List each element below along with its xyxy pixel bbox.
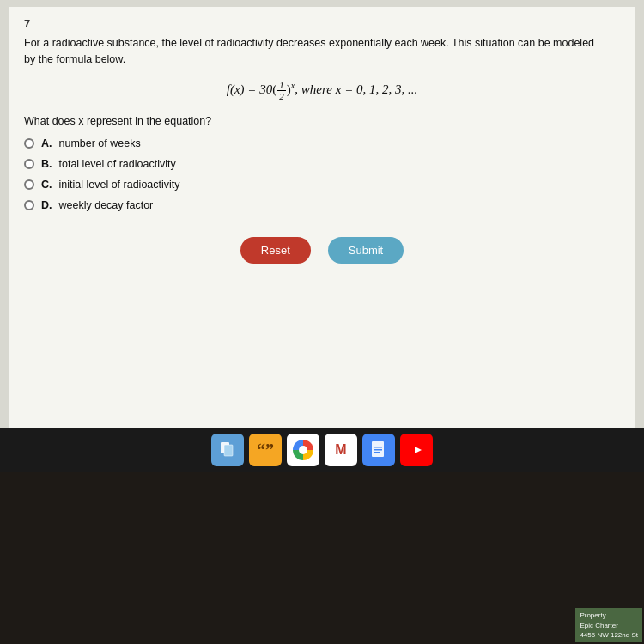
reset-button[interactable]: Reset	[240, 237, 311, 264]
svg-rect-4	[374, 449, 382, 451]
radio-b[interactable]	[24, 159, 34, 169]
option-c[interactable]: C. initial level of radioactivity	[24, 179, 620, 191]
submit-button[interactable]: Submit	[328, 237, 404, 264]
option-b-text: total level of radioactivity	[59, 158, 176, 170]
option-d[interactable]: D. weekly decay factor	[24, 199, 620, 211]
files-icon[interactable]	[211, 434, 244, 466]
option-b-letter: B.	[41, 158, 52, 170]
option-d-letter: D.	[41, 199, 52, 211]
quotes-icon[interactable]: “”	[249, 434, 282, 466]
options-list: A. number of weeks B. total level of rad…	[24, 137, 620, 211]
formula-display: f(x) = 30(12)x, where x = 0, 1, 2, 3, ..…	[227, 82, 418, 96]
radio-d[interactable]	[24, 200, 34, 210]
question-text: For a radioactive substance, the level o…	[24, 35, 608, 68]
quiz-page: 7 For a radioactive substance, the level…	[9, 7, 635, 431]
option-c-text: initial level of radioactivity	[59, 179, 180, 191]
option-d-text: weekly decay factor	[59, 199, 154, 211]
laptop-screen: 7 For a radioactive substance, the level…	[0, 0, 644, 455]
radio-a[interactable]	[24, 138, 34, 149]
option-c-letter: C.	[41, 179, 52, 191]
chrome-icon[interactable]	[287, 434, 319, 466]
what-does-label: What does x represent in the equation?	[24, 115, 620, 127]
youtube-icon[interactable]	[400, 434, 433, 466]
gmail-icon[interactable]: M	[325, 434, 357, 466]
svg-rect-3	[374, 447, 382, 448]
question-number: 7	[24, 17, 620, 30]
taskbar: “” M	[0, 428, 644, 472]
radio-c[interactable]	[24, 179, 34, 190]
option-a-letter: A.	[41, 137, 52, 149]
docs-icon[interactable]	[362, 434, 395, 466]
property-tag: Property Epic Charter 4456 NW 122nd St	[575, 608, 642, 642]
svg-rect-5	[374, 452, 380, 453]
option-a-text: number of weeks	[59, 137, 141, 149]
option-b[interactable]: B. total level of radioactivity	[24, 158, 620, 170]
svg-marker-6	[415, 447, 422, 453]
svg-rect-1	[224, 445, 233, 456]
desk-area	[0, 472, 644, 644]
buttons-row: Reset Submit	[24, 237, 620, 264]
option-a[interactable]: A. number of weeks	[24, 137, 620, 149]
formula-area: f(x) = 30(12)x, where x = 0, 1, 2, 3, ..…	[24, 80, 620, 101]
